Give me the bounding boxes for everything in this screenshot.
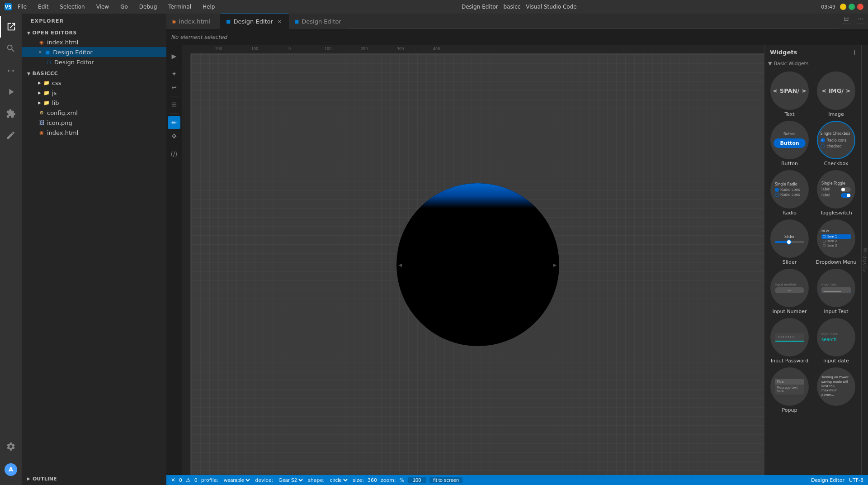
device-container: ◀ ▶ xyxy=(396,183,559,346)
window-maximize[interactable] xyxy=(849,4,855,10)
status-profile-label: profile: xyxy=(201,477,218,483)
tab-design-editor-2[interactable]: ■ Design Editor xyxy=(289,14,347,29)
status-zoom-input[interactable] xyxy=(408,477,426,483)
svg-text:0: 0 xyxy=(288,47,291,51)
folder-js[interactable]: ▶ 📁 js xyxy=(22,88,166,98)
tab-design-editor-active[interactable]: ■ Design Editor ✕ xyxy=(221,14,289,29)
widget-cell-popup: Title Message text here... Popup xyxy=(768,367,811,413)
tab-html-icon: ◉ xyxy=(172,19,176,24)
tool-separator1 xyxy=(170,65,179,65)
tool-cursor[interactable]: ✦ xyxy=(168,67,180,80)
widget-dropdown-label: Dropdown Menu xyxy=(816,259,857,265)
design-canvas[interactable]: ◀ ▶ xyxy=(191,54,764,475)
menu-terminal[interactable]: Terminal xyxy=(166,3,193,11)
open-editor-index-label: index.html xyxy=(47,39,78,46)
status-encoding: UTF-8 xyxy=(849,477,863,483)
activity-item-scm[interactable] xyxy=(0,59,22,81)
file-icon-png[interactable]: 🖼 icon.png xyxy=(22,118,166,128)
widget-checkbox[interactable]: Single Checkbox ✓ Radio cons checked xyxy=(817,121,855,159)
widgets-collapse-icon[interactable]: ⟨ xyxy=(854,49,856,56)
window-minimize[interactable] xyxy=(840,4,846,10)
open-editor-design-active[interactable]: ✕ ■ Design Editor xyxy=(22,47,166,57)
tool-code[interactable]: ⟨/⟩ xyxy=(168,147,180,160)
folder-css-label: css xyxy=(52,80,61,86)
menu-go[interactable]: Go xyxy=(118,3,130,11)
widget-image[interactable]: < IMG/ > xyxy=(817,71,855,110)
status-device-select[interactable]: Gear S2 xyxy=(277,477,304,483)
activity-item-run[interactable] xyxy=(0,81,22,103)
folder-css[interactable]: ▶ 📁 css xyxy=(22,78,166,88)
arrow-right-icon: ▶ xyxy=(38,81,41,85)
widgets-panel: Widgets ⟨ ▼ Basic Widgets < SPAN/ > xyxy=(764,45,861,475)
ruler-corner xyxy=(182,45,191,54)
open-editor-design-child[interactable]: ◻ Design Editor xyxy=(22,57,166,67)
activity-item-search[interactable] xyxy=(0,38,22,59)
status-shape-label: shape: xyxy=(308,477,325,483)
more-actions-btn[interactable]: ⋯ xyxy=(856,14,866,24)
warning-icon: ⚠ xyxy=(186,477,191,483)
svg-text:300: 300 xyxy=(397,47,404,51)
widget-cell-image: < IMG/ > Image xyxy=(815,71,858,117)
tab-design-icon: ■ xyxy=(226,19,231,24)
widget-slider[interactable]: Slider xyxy=(770,219,809,258)
status-shape-select[interactable]: circle xyxy=(328,477,349,483)
widget-text[interactable]: < SPAN/ > xyxy=(770,71,809,110)
open-editor-design-label: Design Editor xyxy=(53,49,93,56)
widget-radio[interactable]: Single Radio Radio cons Radio cons xyxy=(770,170,809,209)
widget-button-label: Button xyxy=(781,161,798,166)
widget-toggle[interactable]: Single Toggle label label xyxy=(817,170,855,209)
tab-design-2-icon: ■ xyxy=(294,19,299,24)
status-profile-select[interactable]: wearable xyxy=(222,477,251,483)
open-editors-section[interactable]: ▼ OPEN EDITORS xyxy=(22,26,166,37)
window-close[interactable] xyxy=(857,4,863,10)
widget-inputnumber[interactable]: input number — xyxy=(770,269,809,307)
status-size-value: 360 xyxy=(368,477,377,483)
widget-dropdown[interactable]: NEW ▢ Item 1 ▢ Item 2 ▢ Item 3 xyxy=(817,219,855,258)
menu-view[interactable]: View xyxy=(94,3,111,11)
menu-selection[interactable]: Selection xyxy=(57,3,87,11)
project-section[interactable]: ▼ BASICCC xyxy=(22,67,166,78)
activity-item-extensions[interactable] xyxy=(0,103,22,124)
file-index-html[interactable]: ◉ index.html xyxy=(22,128,166,138)
split-editor-btn[interactable]: ⊟ xyxy=(841,14,851,24)
menu-help[interactable]: Help xyxy=(200,3,217,11)
widget-popup[interactable]: Title Message text here... xyxy=(770,367,809,406)
folder-js-label: js xyxy=(52,90,57,96)
editor-area: ◉ index.html ■ Design Editor ✕ ■ Design … xyxy=(166,14,868,485)
open-editors-arrow: ▼ xyxy=(27,31,30,35)
widget-slider-label: Slider xyxy=(783,259,797,265)
widget-cell-dropdown: NEW ▢ Item 1 ▢ Item 2 ▢ Item 3 Dropdown … xyxy=(815,219,858,265)
tool-edit[interactable]: ✏ xyxy=(168,116,180,129)
fit-screen-button[interactable]: fit to screen xyxy=(429,477,462,483)
file-config[interactable]: ⚙ config.xml xyxy=(22,108,166,118)
folder-js-icon: 📁 xyxy=(43,89,50,96)
open-editor-index[interactable]: ◉ index.html xyxy=(22,37,166,47)
outline-section[interactable]: ▶ OUTLINE xyxy=(22,472,166,485)
tool-widget[interactable]: ☰ xyxy=(168,99,180,111)
file-icon-html: ◉ xyxy=(38,38,45,46)
widget-inputtext[interactable]: input text ___________ xyxy=(817,269,855,307)
status-right-label: Design Editor xyxy=(811,477,844,483)
arrow-right-js-icon: ▶ xyxy=(38,90,41,95)
ruler-top: -200 -100 0 100 200 300 400 xyxy=(191,45,764,54)
widget-inputpassword[interactable]: ••••••• xyxy=(770,318,809,357)
widget-power[interactable]: Turning on Power saving mode will limit … xyxy=(817,367,855,406)
tool-run[interactable]: ▶ xyxy=(168,50,180,62)
widgets-section-arrow: ▼ xyxy=(768,61,772,67)
tab-index-html[interactable]: ◉ index.html xyxy=(166,14,221,29)
tab-close-icon[interactable]: ✕ xyxy=(276,18,283,25)
activity-item-gear[interactable] xyxy=(0,436,22,457)
menu-edit[interactable]: Edit xyxy=(36,3,51,11)
folder-lib[interactable]: ▶ 📁 lib xyxy=(22,98,166,108)
widget-button[interactable]: Button Button xyxy=(770,121,809,159)
editor-toolbar: No element selected xyxy=(166,29,868,45)
menu-file[interactable]: File xyxy=(15,3,29,11)
widgets-edge[interactable]: Widgets xyxy=(861,45,868,475)
menu-debug[interactable]: Debug xyxy=(137,3,159,11)
avatar[interactable]: A xyxy=(0,460,22,481)
activity-item-explorer[interactable] xyxy=(0,16,22,38)
tool-move[interactable]: ✥ xyxy=(168,130,180,143)
tool-undo[interactable]: ↩ xyxy=(168,81,180,94)
widget-inputdate[interactable]: Input date search xyxy=(817,318,855,357)
activity-item-design[interactable] xyxy=(0,124,22,146)
